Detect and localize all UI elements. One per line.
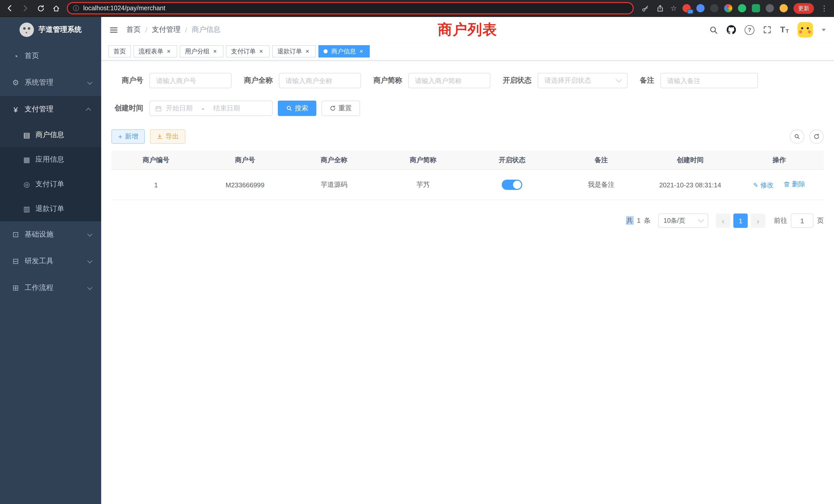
current-page-button[interactable]: 1 bbox=[733, 213, 748, 228]
table-toolbar: + 新增 导出 bbox=[111, 129, 824, 144]
font-size-icon[interactable]: TT bbox=[780, 26, 789, 34]
extension-badge: 10 bbox=[687, 9, 693, 14]
sidebar-item-merchant-info[interactable]: ▤ 商户信息 bbox=[0, 123, 101, 147]
navbar-right: ? TT bbox=[709, 22, 826, 38]
sidebar-item-app-info[interactable]: ▦ 应用信息 bbox=[0, 147, 101, 172]
pagination-total: 共 1 条 bbox=[626, 216, 652, 225]
chevron-down-icon bbox=[698, 217, 704, 223]
caret-down-icon[interactable] bbox=[822, 28, 826, 31]
prev-page-button[interactable]: ‹ bbox=[716, 213, 730, 228]
extension-icon[interactable] bbox=[724, 4, 732, 12]
reload-button[interactable] bbox=[36, 4, 45, 13]
help-icon[interactable]: ? bbox=[745, 25, 754, 35]
goto-label: 前往 bbox=[774, 216, 787, 225]
share-icon[interactable] bbox=[656, 4, 665, 13]
tab-user-group[interactable]: 用户分组 × bbox=[180, 45, 223, 58]
tab-merchant-info[interactable]: 商户信息 × bbox=[319, 45, 370, 58]
column-header: 商户全称 bbox=[290, 151, 379, 169]
column-header: 开启状态 bbox=[467, 151, 557, 169]
chevron-down-icon bbox=[87, 258, 92, 263]
sidebar-item-label: 工作流程 bbox=[25, 283, 53, 293]
password-key-icon[interactable] bbox=[641, 4, 650, 13]
sidebar-item-label: 应用信息 bbox=[36, 155, 64, 164]
tab-refund-order[interactable]: 退款订单 × bbox=[272, 45, 316, 58]
sidebar-item-devtools[interactable]: ⊟ 研发工具 bbox=[0, 248, 101, 275]
sidebar-item-label: 研发工具 bbox=[25, 257, 53, 266]
sidebar-item-payment[interactable]: ¥ 支付管理 bbox=[0, 96, 101, 123]
bookmark-star-icon[interactable]: ☆ bbox=[671, 5, 677, 12]
short-name-label: 商户简称 bbox=[373, 76, 402, 85]
tab-home[interactable]: 首页 bbox=[108, 45, 131, 58]
chrome-toolbar-right: ☆ 10 更新 ⋮ bbox=[641, 3, 829, 14]
extension-icon[interactable] bbox=[696, 4, 705, 12]
fullscreen-icon[interactable] bbox=[763, 26, 771, 34]
tab-process-form[interactable]: 流程表单 × bbox=[133, 45, 177, 58]
user-avatar[interactable] bbox=[797, 22, 813, 38]
extension-icon[interactable] bbox=[752, 4, 760, 12]
close-icon[interactable]: × bbox=[304, 48, 311, 55]
search-icon[interactable] bbox=[709, 25, 718, 34]
page-size-select[interactable]: 10条/页 bbox=[658, 213, 708, 228]
breadcrumb-home[interactable]: 首页 bbox=[126, 25, 141, 35]
edit-link[interactable]: ✎ 修改 bbox=[753, 181, 774, 190]
edit-link-label: 修改 bbox=[760, 181, 774, 190]
create-time-range-picker[interactable]: 开始日期 - 结束日期 bbox=[150, 100, 273, 116]
remark-input[interactable] bbox=[660, 73, 758, 88]
extension-icon[interactable] bbox=[766, 4, 774, 12]
remark-label: 备注 bbox=[640, 76, 654, 85]
add-button[interactable]: + 新增 bbox=[111, 129, 145, 144]
total-count: 1 bbox=[637, 216, 640, 224]
merchant-no-input[interactable] bbox=[150, 73, 232, 88]
hamburger-icon[interactable] bbox=[109, 25, 118, 34]
sidebar-item-workflow[interactable]: ⊞ 工作流程 bbox=[0, 275, 101, 301]
sidebar-item-label: 商户信息 bbox=[36, 130, 64, 140]
close-icon[interactable]: × bbox=[258, 48, 264, 55]
search-button[interactable]: 搜索 bbox=[278, 100, 316, 116]
goto-page-input[interactable] bbox=[791, 213, 813, 228]
github-icon[interactable] bbox=[727, 25, 736, 35]
status-toggle[interactable] bbox=[502, 180, 522, 190]
export-button-label: 导出 bbox=[166, 132, 179, 141]
search-icon bbox=[286, 105, 292, 111]
reset-button[interactable]: 重置 bbox=[322, 100, 360, 116]
next-page-button[interactable]: › bbox=[751, 213, 765, 228]
extension-icon[interactable] bbox=[710, 4, 719, 12]
profile-avatar-icon[interactable] bbox=[780, 4, 788, 12]
tab-pay-order[interactable]: 支付订单 × bbox=[226, 45, 270, 58]
date-end-placeholder: 结束日期 bbox=[213, 104, 240, 113]
toggle-search-button[interactable] bbox=[790, 129, 804, 144]
extension-icon[interactable] bbox=[738, 4, 746, 12]
sidebar: 芋道管理系统 ◔ 首页 ⚙ 系统管理 ¥ 支付管理 ▤ 商户信息 bbox=[0, 17, 101, 504]
forward-button[interactable] bbox=[21, 4, 30, 13]
refresh-table-button[interactable] bbox=[809, 129, 824, 144]
full-name-input[interactable] bbox=[279, 73, 361, 88]
address-bar[interactable]: ⓘ localhost:1024/pay/merchant bbox=[67, 2, 634, 14]
delete-link-label: 删除 bbox=[792, 180, 805, 189]
sidebar-item-system[interactable]: ⚙ 系统管理 bbox=[0, 69, 101, 96]
extension-icon[interactable]: 10 bbox=[682, 4, 691, 12]
plus-icon: + bbox=[118, 133, 122, 140]
delete-link[interactable]: 删除 bbox=[784, 180, 805, 189]
sidebar-item-refund-order[interactable]: ▥ 退款订单 bbox=[0, 197, 101, 221]
browser-menu-icon[interactable]: ⋮ bbox=[820, 4, 829, 12]
short-name-input[interactable] bbox=[408, 73, 490, 88]
sidebar-item-home[interactable]: ◔ 首页 bbox=[0, 43, 101, 69]
update-button[interactable]: 更新 bbox=[793, 3, 814, 14]
breadcrumb-payment[interactable]: 支付管理 bbox=[152, 25, 180, 35]
gear-icon: ⚙ bbox=[11, 78, 20, 87]
sidebar-item-infrastructure[interactable]: ⊡ 基础设施 bbox=[0, 221, 101, 248]
site-info-icon[interactable]: ⓘ bbox=[73, 5, 79, 11]
export-button[interactable]: 导出 bbox=[150, 129, 185, 144]
close-icon[interactable]: × bbox=[166, 48, 172, 55]
status-select[interactable]: 请选择开启状态 bbox=[538, 73, 628, 88]
home-button[interactable] bbox=[51, 4, 61, 13]
sidebar-item-label: 首页 bbox=[25, 51, 39, 61]
app-logo[interactable]: 芋道管理系统 bbox=[0, 17, 101, 43]
close-icon[interactable]: × bbox=[212, 48, 218, 55]
column-header: 商户简称 bbox=[378, 151, 467, 169]
back-button[interactable] bbox=[5, 4, 14, 13]
tab-label: 首页 bbox=[113, 47, 126, 56]
sidebar-item-pay-order[interactable]: ◎ 支付订单 bbox=[0, 172, 101, 197]
sidebar-item-label: 支付订单 bbox=[36, 180, 64, 189]
close-icon[interactable]: × bbox=[358, 48, 365, 55]
